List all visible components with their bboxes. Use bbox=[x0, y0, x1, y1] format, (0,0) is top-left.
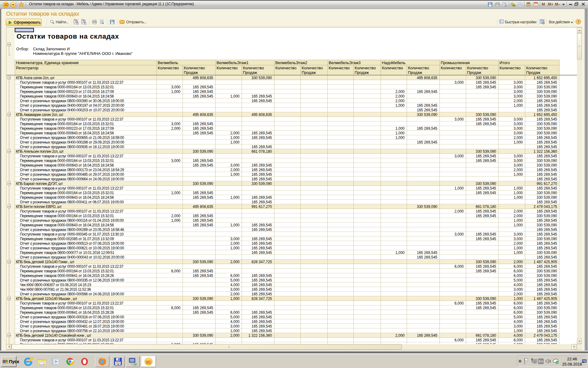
svg-text:31: 31 bbox=[534, 4, 537, 6]
svg-text:1С: 1С bbox=[4, 3, 8, 6]
svg-text:1С: 1С bbox=[146, 360, 151, 364]
svg-text:?: ? bbox=[577, 20, 579, 24]
svg-text:64: 64 bbox=[117, 363, 119, 365]
